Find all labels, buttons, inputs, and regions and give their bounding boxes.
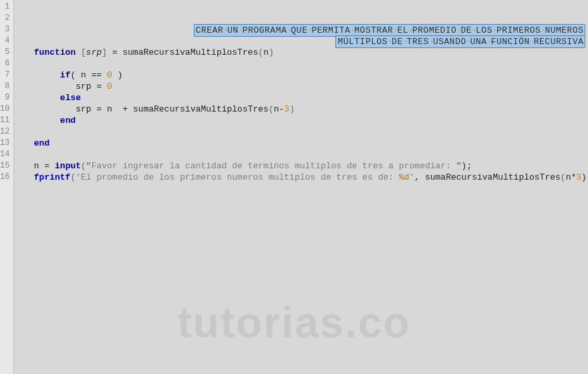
string-literal: El promedio de los primeros numeros mult…	[81, 172, 399, 182]
code-line-3[interactable]	[18, 24, 588, 35]
code-line-4[interactable]	[18, 35, 588, 47]
line-number: 11	[0, 115, 13, 126]
code-line-1[interactable]: CREAR·UN·PROGRAMA·QUE·PERMITA·MOSTRAR·EL…	[18, 1, 588, 13]
line-number: 16	[0, 172, 13, 183]
code-line-5[interactable]: function [srp] = sumaRecursivaMultiplosT…	[18, 47, 588, 58]
code-line-12[interactable]	[18, 126, 588, 138]
builtin-input: input	[55, 161, 81, 171]
code-line-14[interactable]	[18, 149, 588, 160]
code-line-13[interactable]: end	[18, 138, 588, 149]
builtin-fprintf: fprintf	[34, 172, 71, 182]
keyword-function: function	[34, 47, 76, 57]
line-number: 8	[0, 81, 13, 92]
number-literal: 0	[107, 70, 112, 80]
string-quote: "	[456, 161, 462, 171]
function-name: sumaRecursivaMultiplosTres	[122, 47, 258, 57]
number-literal: 3	[576, 172, 581, 182]
line-gutter: 1 2 3 4 5 6 7 8 9 10 11 12 13 14 15 16	[0, 0, 14, 374]
line-number: 3	[0, 24, 13, 35]
code-line-10[interactable]: srp = n + sumaRecursivaMultiplosTres(n-3…	[18, 104, 588, 115]
keyword-else: else	[60, 93, 81, 103]
output-var: srp	[86, 47, 102, 57]
line-number: 2	[0, 13, 13, 24]
code-line-11[interactable]: end	[18, 115, 588, 126]
code-line-16[interactable]: fprintf('El promedio de los primeros num…	[18, 172, 588, 183]
line-number: 4	[0, 35, 13, 47]
line-number: 7	[0, 69, 13, 81]
string-quote: "	[86, 161, 92, 171]
keyword-end: end	[34, 138, 49, 148]
number-literal: 3	[284, 104, 289, 114]
line-number: 6	[0, 58, 13, 69]
line-number: 10	[0, 104, 13, 115]
keyword-end: end	[60, 116, 76, 126]
code-line-7[interactable]: if( n == 0 )	[18, 69, 588, 81]
code-line-6[interactable]	[18, 58, 588, 69]
code-line-15[interactable]: n = input("Favor ingresar la cantidad de…	[18, 160, 588, 172]
string-literal: Favor ingresar la cantidad de terminos m…	[92, 161, 456, 171]
line-number: 5	[0, 47, 13, 58]
code-line-8[interactable]: srp = 0	[18, 81, 588, 92]
code-line-9[interactable]: else	[18, 92, 588, 104]
format-specifier: %d	[399, 172, 410, 182]
line-number: 1	[0, 1, 13, 13]
keyword-if: if	[60, 70, 71, 80]
line-number: 14	[0, 149, 13, 160]
line-number: 13	[0, 138, 13, 149]
code-area[interactable]: CREAR·UN·PROGRAMA·QUE·PERMITA·MOSTRAR·EL…	[14, 0, 588, 374]
line-number: 12	[0, 126, 13, 138]
line-number: 15	[0, 160, 13, 172]
code-editor: 1 2 3 4 5 6 7 8 9 10 11 12 13 14 15 16 C…	[0, 0, 588, 374]
line-number: 9	[0, 92, 13, 104]
number-literal: 0	[107, 81, 112, 91]
code-line-2[interactable]: MÚLTIPLOS·DE·TRES·USANDO·UNA·FUNCIÓN·REC…	[18, 13, 588, 24]
